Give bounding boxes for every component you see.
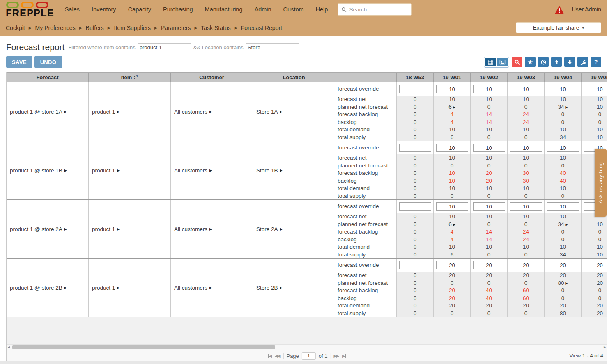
forecast-override-input[interactable] bbox=[399, 85, 431, 93]
scroll-right-icon[interactable]: ▸ bbox=[604, 344, 606, 350]
forecast-override-input[interactable] bbox=[510, 144, 542, 152]
drill-icon[interactable]: ▶ bbox=[453, 104, 455, 112]
customer-cell[interactable]: All customers▶ bbox=[171, 82, 253, 141]
forecast-override-input[interactable] bbox=[473, 144, 505, 152]
frepple-logo[interactable]: FREPPLE bbox=[6, 2, 54, 18]
forecast-override-input[interactable] bbox=[399, 144, 431, 152]
drill-icon[interactable]: ▶ bbox=[565, 104, 568, 112]
customer-cell[interactable]: All customers▶ bbox=[171, 141, 253, 199]
forecast-override-input[interactable] bbox=[399, 261, 431, 269]
breadcrumb-item-buffers[interactable]: Buffers bbox=[86, 25, 104, 31]
forecast-override-input[interactable] bbox=[436, 202, 468, 211]
warning-icon[interactable] bbox=[554, 5, 564, 14]
item-cell[interactable]: product 1▶ bbox=[89, 200, 171, 258]
drill-icon[interactable]: ▶ bbox=[565, 221, 568, 229]
forecast-cell[interactable]: product 1 @ store 1B▶ bbox=[7, 141, 89, 199]
page-number-input[interactable] bbox=[302, 352, 316, 360]
last-page-button[interactable]: ▶ bbox=[342, 354, 346, 358]
drill-icon[interactable]: ▶ bbox=[209, 286, 212, 290]
location-cell[interactable]: Store 1B▶ bbox=[253, 141, 335, 199]
forecast-override-input[interactable] bbox=[547, 202, 579, 211]
drill-icon[interactable]: ▶ bbox=[64, 227, 67, 231]
next-page-button[interactable]: ▶▶ bbox=[334, 354, 339, 358]
undo-button[interactable]: UNDO bbox=[34, 56, 62, 68]
breadcrumb-item-my-preferences[interactable]: My Preferences bbox=[35, 25, 76, 31]
help-button[interactable]: ? bbox=[591, 57, 601, 67]
location-cell[interactable]: Store 2A▶ bbox=[253, 200, 335, 258]
forecast-override-input[interactable] bbox=[584, 85, 607, 93]
ask-us-anything-tab[interactable]: Ask us anything bbox=[595, 149, 607, 217]
drill-icon[interactable]: ▶ bbox=[64, 286, 67, 290]
forecast-override-input[interactable] bbox=[510, 202, 542, 211]
forecast-override-input[interactable] bbox=[399, 202, 431, 211]
menu-item-admin[interactable]: Admin bbox=[254, 6, 271, 13]
location-cell[interactable]: Store 2B▶ bbox=[253, 259, 335, 317]
breadcrumb-item-parameters[interactable]: Parameters bbox=[161, 25, 191, 31]
location-cell[interactable]: Store 1A▶ bbox=[253, 82, 335, 141]
week-column-header[interactable]: 19 W05 bbox=[582, 73, 607, 82]
drill-icon[interactable]: ▶ bbox=[209, 227, 212, 231]
upload-button[interactable] bbox=[551, 57, 562, 67]
week-column-header[interactable]: 18 W53 bbox=[397, 73, 434, 82]
forecast-override-input[interactable] bbox=[584, 261, 607, 269]
first-page-button[interactable]: ◀ bbox=[268, 354, 272, 358]
item-filter-input[interactable] bbox=[138, 43, 191, 51]
scrollbar-thumb[interactable] bbox=[12, 345, 275, 349]
drill-icon[interactable]: ▶ bbox=[64, 169, 67, 172]
week-column-header[interactable]: 19 W02 bbox=[471, 73, 508, 82]
column-header-customer[interactable]: Customer bbox=[171, 73, 253, 82]
user-menu[interactable]: User Admin bbox=[572, 6, 601, 13]
horizontal-scrollbar[interactable]: ◂ ▸ bbox=[7, 344, 607, 350]
forecast-override-input[interactable] bbox=[510, 261, 542, 269]
drill-icon[interactable]: ▶ bbox=[117, 227, 120, 231]
favorites-button[interactable]: ★ bbox=[525, 57, 536, 67]
menu-item-manufacturing[interactable]: Manufacturing bbox=[205, 6, 243, 13]
drill-icon[interactable]: ▶ bbox=[64, 110, 67, 114]
breadcrumb-item-cockpit[interactable]: Cockpit bbox=[6, 25, 25, 31]
column-header-location[interactable]: Location bbox=[253, 73, 335, 82]
week-column-header[interactable]: 19 W04 bbox=[545, 73, 582, 82]
customer-cell[interactable]: All customers▶ bbox=[171, 200, 253, 258]
chart-view-button[interactable] bbox=[497, 58, 508, 66]
scenario-selector[interactable]: Example fair share ▾ bbox=[516, 22, 601, 33]
column-header-forecast[interactable]: Forecast bbox=[7, 73, 89, 82]
search-filter-button[interactable] bbox=[512, 57, 522, 67]
week-column-header[interactable]: 19 W03 bbox=[508, 73, 545, 82]
forecast-override-input[interactable] bbox=[473, 85, 505, 93]
forecast-override-input[interactable] bbox=[547, 261, 579, 269]
menu-item-capacity[interactable]: Capacity bbox=[128, 6, 151, 13]
forecast-override-input[interactable] bbox=[473, 261, 505, 269]
item-cell[interactable]: product 1▶ bbox=[89, 141, 171, 199]
forecast-override-input[interactable] bbox=[547, 85, 579, 93]
menu-item-custom[interactable]: Custom bbox=[283, 6, 304, 13]
breadcrumb-item-task-status[interactable]: Task Status bbox=[201, 25, 230, 31]
breadcrumb-item-forecast-report[interactable]: Forecast Report bbox=[241, 25, 282, 31]
forecast-override-input[interactable] bbox=[473, 202, 505, 211]
forecast-cell[interactable]: product 1 @ store 2A▶ bbox=[7, 200, 89, 258]
drill-icon[interactable]: ▶ bbox=[280, 227, 283, 231]
menu-item-help[interactable]: Help bbox=[316, 6, 328, 13]
location-filter-input[interactable] bbox=[246, 43, 299, 51]
drill-icon[interactable]: ▶ bbox=[117, 169, 120, 172]
forecast-cell[interactable]: product 1 @ store 2B▶ bbox=[7, 259, 89, 317]
column-header-item[interactable]: Item ▲▼ 1 bbox=[89, 73, 171, 82]
download-button[interactable] bbox=[564, 57, 575, 67]
item-cell[interactable]: product 1▶ bbox=[89, 259, 171, 317]
save-button[interactable]: SAVE bbox=[6, 56, 32, 68]
drill-icon[interactable]: ▶ bbox=[453, 221, 455, 229]
item-cell[interactable]: product 1▶ bbox=[89, 82, 171, 141]
time-buckets-button[interactable] bbox=[538, 57, 549, 67]
customize-button[interactable] bbox=[577, 57, 588, 67]
scroll-left-icon[interactable]: ◂ bbox=[8, 344, 10, 350]
drill-icon[interactable]: ▶ bbox=[117, 110, 120, 114]
forecast-cell[interactable]: product 1 @ store 1A▶ bbox=[7, 82, 89, 141]
forecast-override-input[interactable] bbox=[436, 85, 468, 93]
drill-icon[interactable]: ▶ bbox=[209, 169, 212, 172]
forecast-override-input[interactable] bbox=[510, 85, 542, 93]
forecast-override-input[interactable] bbox=[436, 261, 468, 269]
menu-item-sales[interactable]: Sales bbox=[65, 6, 80, 13]
drill-icon[interactable]: ▶ bbox=[280, 286, 283, 290]
drill-icon[interactable]: ▶ bbox=[117, 286, 120, 290]
breadcrumb-item-item-suppliers[interactable]: Item Suppliers bbox=[114, 25, 151, 31]
drill-icon[interactable]: ▶ bbox=[565, 280, 568, 288]
